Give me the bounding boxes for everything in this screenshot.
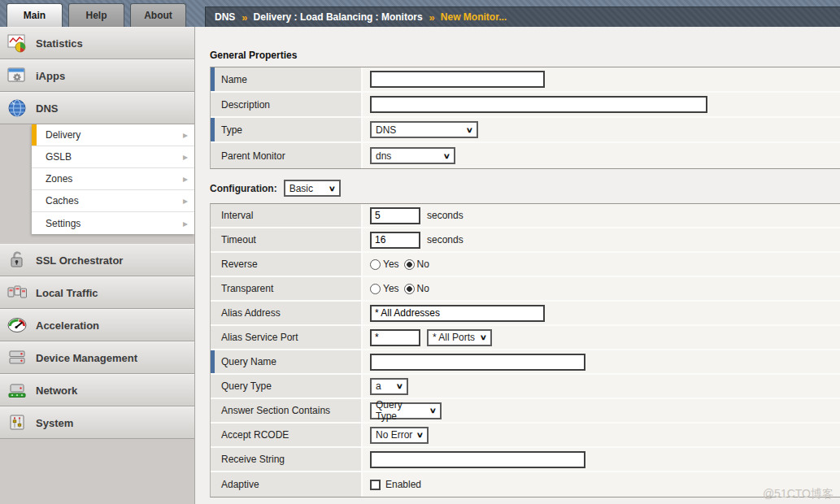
submenu-item-label: Zones xyxy=(46,173,72,185)
chevron-down-icon: ∨ xyxy=(329,185,336,193)
form-row-adaptive: Adaptive Enabled xyxy=(211,472,840,497)
header-tabs: Main Help About xyxy=(7,3,186,27)
alias-service-port-select[interactable]: * All Ports ∨ xyxy=(427,329,492,346)
description-input[interactable] xyxy=(370,96,707,113)
form-row-query-type: Query Type a ∨ xyxy=(211,375,840,399)
timeout-input[interactable] xyxy=(370,232,420,249)
breadcrumb-root[interactable]: DNS xyxy=(215,11,235,23)
sidebar-item-label: SSL Orchestrator xyxy=(36,254,123,267)
submenu-item-settings[interactable]: Settings ▸ xyxy=(32,212,194,234)
selected-value: Basic xyxy=(289,183,313,194)
unit-label: seconds xyxy=(427,210,464,221)
radio-label: Yes xyxy=(383,259,399,270)
field-label: Description xyxy=(221,99,270,111)
alias-service-port-input[interactable] xyxy=(370,329,420,346)
form-row-interval: Interval seconds xyxy=(211,204,840,228)
chevron-right-icon: ▸ xyxy=(183,195,188,206)
system-sliders-icon xyxy=(6,412,28,433)
selected-value: No Error xyxy=(376,429,412,441)
tab-main[interactable]: Main xyxy=(7,3,63,27)
field-label: Reverse xyxy=(221,259,258,270)
chevron-down-icon: ∨ xyxy=(480,333,487,341)
dns-submenu: Delivery ▸ GSLB ▸ Zones ▸ Caches ▸ Setti… xyxy=(32,124,194,234)
form-row-name: Name xyxy=(211,67,840,93)
tab-help[interactable]: Help xyxy=(68,3,124,27)
configuration-table: Interval seconds Timeout seconds Reverse… xyxy=(210,203,840,497)
interval-input[interactable] xyxy=(370,207,420,224)
configuration-select[interactable]: Basic ∨ xyxy=(284,180,341,197)
field-label: Parent Monitor xyxy=(221,150,285,162)
sidebar-item-acceleration[interactable]: Acceleration xyxy=(0,309,194,341)
bigip-config-page: Main Help About DNS » Delivery : Load Ba… xyxy=(0,0,840,504)
reverse-no-radio[interactable] xyxy=(404,259,415,270)
adaptive-enabled-checkbox[interactable] xyxy=(370,480,381,490)
form-row-timeout: Timeout seconds xyxy=(211,228,840,253)
form-row-type: Type DNS ∨ xyxy=(211,118,840,143)
chevron-down-icon: ∨ xyxy=(466,126,473,134)
form-row-query-name: Query Name xyxy=(211,350,840,375)
required-indicator xyxy=(211,118,215,141)
general-properties-title: General Properties xyxy=(210,50,840,61)
parent-monitor-label: Parent Monitor xyxy=(211,143,361,168)
transparent-yes-radio[interactable] xyxy=(370,284,381,294)
sidebar-nav: Statistics iApps DNS Delivery ▸ GSLB ▸ xyxy=(0,27,195,504)
top-header: Main Help About DNS » Delivery : Load Ba… xyxy=(0,0,840,27)
type-select[interactable]: DNS ∨ xyxy=(370,121,478,138)
required-indicator xyxy=(211,67,215,91)
field-label: Query Type xyxy=(221,380,272,392)
dns-globe-icon xyxy=(6,98,28,119)
sidebar-item-label: System xyxy=(36,417,73,429)
submenu-item-caches[interactable]: Caches ▸ xyxy=(32,190,194,212)
sidebar-item-dns[interactable]: DNS xyxy=(0,92,194,124)
field-label: Answer Section Contains xyxy=(221,405,330,416)
name-input[interactable] xyxy=(370,71,545,88)
chevron-right-icon: ▸ xyxy=(183,173,188,185)
tab-about[interactable]: About xyxy=(130,3,186,27)
chevron-down-icon: ∨ xyxy=(429,406,437,415)
configuration-selector: Configuration: Basic ∨ xyxy=(210,180,840,197)
sidebar-item-ssl-orchestrator[interactable]: SSL Orchestrator xyxy=(0,244,194,276)
acceleration-gauge-icon xyxy=(6,315,28,336)
sidebar-item-label: Network xyxy=(36,385,77,397)
accept-rcode-select[interactable]: No Error ∨ xyxy=(370,427,429,444)
submenu-item-label: Caches xyxy=(46,195,79,206)
selected-value: dns xyxy=(376,150,391,162)
sidebar-item-device-management[interactable]: Device Management xyxy=(0,341,194,374)
field-label: Adaptive xyxy=(221,479,259,490)
selected-value: a xyxy=(376,380,381,392)
statistics-chart-icon xyxy=(6,33,28,54)
sidebar-item-label: iApps xyxy=(36,70,65,82)
submenu-item-delivery[interactable]: Delivery ▸ xyxy=(32,124,194,146)
query-name-input[interactable] xyxy=(370,354,585,371)
alias-address-input[interactable] xyxy=(370,305,545,322)
field-label: Alias Address xyxy=(221,307,281,319)
receive-string-input[interactable] xyxy=(370,451,585,468)
breadcrumb-path[interactable]: Delivery : Load Balancing : Monitors xyxy=(254,11,423,23)
field-label: Alias Service Port xyxy=(221,332,298,343)
sidebar-item-network[interactable]: Network xyxy=(0,374,194,406)
description-label: Description xyxy=(211,93,361,116)
form-row-accept-rcode: Accept RCODE No Error ∨ xyxy=(211,424,840,448)
sidebar-item-iapps[interactable]: iApps xyxy=(0,59,194,92)
transparent-no-radio[interactable] xyxy=(404,284,415,294)
field-label: Accept RCODE xyxy=(221,429,289,441)
configuration-label: Configuration: xyxy=(210,183,277,194)
query-type-select[interactable]: a ∨ xyxy=(370,378,408,395)
sidebar-item-local-traffic[interactable]: Local Traffic xyxy=(0,276,194,309)
parent-monitor-select[interactable]: dns ∨ xyxy=(370,147,455,164)
radio-label: No xyxy=(417,259,429,270)
chevron-down-icon: ∨ xyxy=(443,152,450,160)
answer-section-contains-select[interactable]: Query Type ∨ xyxy=(370,402,442,419)
sidebar-item-system[interactable]: System xyxy=(0,406,194,439)
submenu-item-gslb[interactable]: GSLB ▸ xyxy=(32,146,194,168)
chevron-right-icon: ▸ xyxy=(183,129,188,141)
submenu-item-zones[interactable]: Zones ▸ xyxy=(32,168,194,190)
breadcrumb-separator-icon: » xyxy=(242,11,246,24)
submenu-item-label: Delivery xyxy=(46,129,81,141)
breadcrumb-separator-icon: » xyxy=(429,11,434,24)
reverse-yes-radio[interactable] xyxy=(370,259,381,270)
sidebar-item-label: Local Traffic xyxy=(36,287,98,299)
active-indicator xyxy=(32,124,37,146)
selected-value: DNS xyxy=(376,124,396,136)
sidebar-item-statistics[interactable]: Statistics xyxy=(0,27,194,59)
